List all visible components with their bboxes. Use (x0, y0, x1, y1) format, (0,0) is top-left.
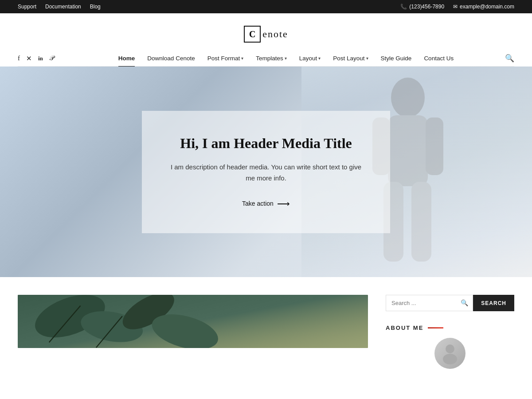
phone-icon: 📞 (400, 4, 407, 10)
social-icons: f ✕ in 𝒫 (18, 55, 71, 63)
svg-rect-1 (388, 115, 428, 186)
email-info: ✉ example@domain.com (453, 4, 514, 10)
nav-templates[interactable]: Templates ▾ (250, 51, 293, 66)
logo-name: enote (262, 28, 288, 40)
hero-content-box: Hi, I am Header Media Title I am descrip… (142, 111, 390, 233)
logo-area: C enote (0, 13, 532, 51)
main-navigation: Home Download Cenote Post Format ▾ Templ… (71, 51, 501, 66)
nav-style-guide[interactable]: Style Guide (375, 51, 418, 66)
top-bar-contact: 📞 (123)456-7890 ✉ example@domain.com (400, 4, 514, 10)
support-link[interactable]: Support (18, 4, 36, 10)
search-button[interactable]: SEARCH (473, 295, 514, 311)
about-me-heading: ABOUT ME (386, 325, 514, 331)
search-input[interactable] (386, 295, 473, 311)
post-layout-dropdown-arrow: ▾ (366, 56, 368, 61)
top-bar-links: Support Documentation Blog (18, 4, 101, 10)
site-logo[interactable]: C enote (244, 26, 288, 43)
svg-rect-3 (426, 117, 443, 175)
about-me-decorative-line (428, 327, 443, 329)
avatar-silhouette (439, 342, 461, 364)
hero-cta-button[interactable]: Take action ⟶ (242, 198, 290, 209)
posts-area (18, 295, 368, 369)
svg-point-0 (391, 78, 425, 117)
svg-point-14 (446, 344, 454, 353)
templates-dropdown-arrow: ▾ (285, 56, 287, 61)
top-bar: Support Documentation Blog 📞 (123)456-78… (0, 0, 532, 13)
nav-area: f ✕ in 𝒫 Home Download Cenote Post Forma… (0, 51, 532, 66)
pinterest-icon[interactable]: 𝒫 (49, 55, 54, 62)
nav-search-icon[interactable]: 🔍 (501, 54, 514, 63)
hero-description: I am description of header media. You ca… (168, 161, 364, 184)
nav-post-layout[interactable]: Post Layout ▾ (327, 51, 374, 66)
post-format-dropdown-arrow: ▾ (241, 56, 243, 61)
svg-point-15 (443, 354, 457, 364)
nav-layout[interactable]: Layout ▾ (293, 51, 327, 66)
search-box: 🔍 SEARCH (386, 295, 514, 311)
nav-contact[interactable]: Contact Us (418, 51, 460, 66)
avatar (434, 338, 466, 369)
layout-dropdown-arrow: ▾ (318, 56, 321, 61)
nav-download[interactable]: Download Cenote (141, 51, 201, 66)
sidebar: 🔍 SEARCH ABOUT ME (386, 295, 514, 369)
linkedin-icon[interactable]: in (38, 55, 43, 62)
svg-rect-5 (411, 182, 431, 262)
email-icon: ✉ (453, 4, 458, 10)
search-magnifier-icon: 🔍 (461, 299, 468, 307)
phone-info: 📞 (123)456-7890 (400, 4, 444, 10)
logo-letter: C (244, 26, 261, 43)
blog-link[interactable]: Blog (90, 4, 101, 10)
twitter-icon[interactable]: ✕ (26, 55, 32, 63)
main-content-area: 🔍 SEARCH ABOUT ME (0, 277, 532, 369)
hero-title: Hi, I am Header Media Title (168, 135, 364, 152)
cta-arrow-icon: ⟶ (277, 198, 290, 209)
nav-home[interactable]: Home (112, 51, 141, 66)
post-image-svg (18, 295, 368, 348)
search-input-wrap: 🔍 (386, 295, 473, 311)
nav-post-format[interactable]: Post Format ▾ (201, 51, 250, 66)
post-thumbnail (18, 295, 368, 348)
facebook-icon[interactable]: f (18, 55, 20, 62)
about-me-section: ABOUT ME (386, 325, 514, 369)
hero-section: Hi, I am Header Media Title I am descrip… (0, 66, 532, 277)
documentation-link[interactable]: Documentation (45, 4, 81, 10)
